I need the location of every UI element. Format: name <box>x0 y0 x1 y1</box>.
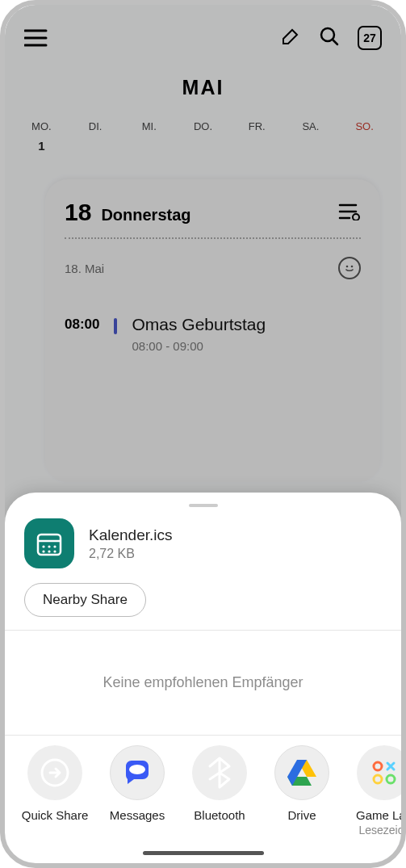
svg-point-7 <box>53 545 56 547</box>
quick-share-icon <box>27 745 82 800</box>
search-icon[interactable] <box>319 26 340 50</box>
target-game-launcher[interactable]: Game Lau Lesezeich <box>345 745 401 837</box>
drive-icon <box>274 745 329 800</box>
smiley-icon[interactable] <box>338 257 361 279</box>
svg-point-9 <box>48 550 50 552</box>
target-drive[interactable]: Drive <box>263 745 341 837</box>
target-label: Drive <box>263 808 341 822</box>
weekday-fr: FR. <box>230 120 284 132</box>
weekday-di: DI. <box>69 120 123 132</box>
target-sublabel: Lesezeich <box>345 824 401 837</box>
edit-icon[interactable] <box>280 26 301 50</box>
today-button[interactable]: 27 <box>358 26 382 50</box>
weekday-mo: MO. <box>15 120 69 132</box>
event-range: 08:00 - 09:00 <box>132 339 266 353</box>
svg-point-3 <box>351 266 354 268</box>
month-title: MAI <box>5 76 401 99</box>
file-name: Kalender.ics <box>89 526 173 544</box>
calendar-row: 1 <box>5 132 401 153</box>
topbar: 27 <box>5 5 401 58</box>
weekday-mi: MI. <box>122 120 176 132</box>
share-targets[interactable]: Quick Share Messages Bluetooth Drive <box>5 736 401 843</box>
svg-point-10 <box>53 550 56 552</box>
event-color-bar <box>114 318 117 334</box>
dateline: 18. Mai <box>65 262 104 275</box>
target-label: Messages <box>98 808 176 822</box>
weekday-sa: SA. <box>284 120 338 132</box>
messages-icon <box>110 745 165 800</box>
device-frame: 27 MAI MO. DI. MI. DO. FR. SA. SO. 1 18 … <box>0 0 406 868</box>
target-quick-share[interactable]: Quick Share <box>16 745 94 837</box>
share-sheet: Kalender.ics 2,72 KB Nearby Share Keine … <box>5 493 401 863</box>
event-time: 08:00 <box>65 315 99 333</box>
target-label: Quick Share <box>16 808 94 822</box>
file-size: 2,72 KB <box>89 547 173 561</box>
no-recipients-text: Keine empfohlenen Empfänger <box>5 631 401 735</box>
svg-point-2 <box>346 266 349 268</box>
nearby-share-button[interactable]: Nearby Share <box>24 583 146 617</box>
home-indicator[interactable] <box>143 851 264 855</box>
drag-handle[interactable] <box>189 504 218 507</box>
svg-point-13 <box>374 762 382 770</box>
file-info: Kalender.ics 2,72 KB <box>5 514 401 583</box>
svg-point-12 <box>129 765 145 774</box>
calendar-file-icon <box>24 518 74 568</box>
day-name: Donnerstag <box>101 206 190 224</box>
date-cell[interactable]: 1 <box>15 139 69 153</box>
svg-point-5 <box>42 545 44 547</box>
weekday-do: DO. <box>176 120 230 132</box>
event-title: Omas Geburtstag <box>132 315 266 334</box>
event-row[interactable]: 08:00 Omas Geburtstag 08:00 - 09:00 <box>65 315 361 353</box>
list-toggle-icon[interactable] <box>338 203 361 224</box>
day-panel: 18 Donnerstag 18. Mai 08:00 Omas Geburts… <box>45 179 380 482</box>
target-label: Bluetooth <box>181 808 258 822</box>
svg-point-1 <box>353 214 359 220</box>
weekday-so: SO. <box>337 120 391 132</box>
divider <box>65 237 361 239</box>
day-number: 18 <box>65 199 91 226</box>
target-messages[interactable]: Messages <box>98 745 176 837</box>
weekday-header: MO. DI. MI. DO. FR. SA. SO. <box>5 120 401 132</box>
menu-icon[interactable] <box>24 28 48 48</box>
svg-point-8 <box>42 550 44 552</box>
bluetooth-icon <box>192 745 247 800</box>
target-label: Game Lau <box>345 808 401 822</box>
today-date: 27 <box>363 31 376 44</box>
target-bluetooth[interactable]: Bluetooth <box>181 745 258 837</box>
svg-point-15 <box>387 775 395 783</box>
svg-point-6 <box>48 545 50 547</box>
svg-point-14 <box>374 775 382 783</box>
game-launcher-icon <box>357 745 401 800</box>
